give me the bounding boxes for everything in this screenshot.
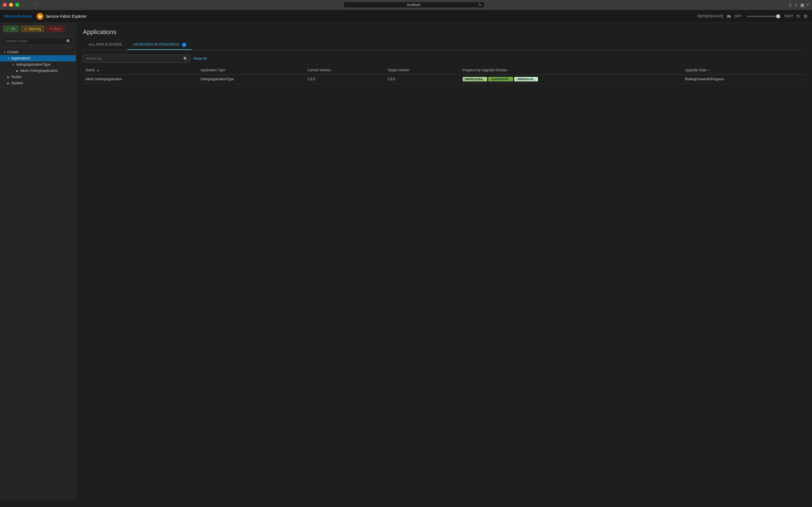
col-name[interactable]: Name ▲: [83, 66, 198, 75]
close-button[interactable]: [3, 3, 7, 7]
table-header-row: Name ▲ Application Type Current Version …: [83, 66, 805, 75]
ud-chip-3[interactable]: cf68563e16...: [514, 77, 538, 81]
tree-label-cluster: Cluster: [7, 50, 18, 54]
browser-actions: ⇓ ⇪ ▣ +: [788, 2, 809, 8]
search-list-icon: 🔍: [183, 57, 188, 61]
tree-label-system: System: [11, 81, 23, 85]
search-cluster-icon: 🔍: [66, 39, 71, 43]
upgrades-badge: 1: [182, 43, 186, 47]
url-text: localhost: [407, 3, 420, 7]
toggle-off-label[interactable]: OFF: [734, 14, 742, 18]
chevron-nodes: ▶: [7, 75, 10, 78]
tab-upgrades-label: UPGRADES IN PROGRESS: [133, 43, 179, 47]
tree-label-nodes: Nodes: [11, 75, 21, 79]
ud-chip-2[interactable]: c2e9eff1976...: [488, 77, 513, 81]
warning-label: Warning: [29, 27, 41, 31]
chevron-system: ▶: [7, 82, 10, 85]
refresh-rate-value: 2s: [727, 14, 731, 18]
maximize-button[interactable]: [15, 3, 19, 7]
tab-upgrades-in-progress[interactable]: UPGRADES IN PROGRESS 1: [128, 40, 192, 50]
view-mode-button[interactable]: □: [34, 2, 39, 8]
filter-upgrade-state-icon: ▿: [709, 68, 710, 72]
sort-name-icon: ▲: [96, 69, 99, 72]
tree-item-applications[interactable]: ▾ Applications: [0, 55, 76, 61]
col-target-version[interactable]: Target Version: [385, 66, 460, 75]
refresh-icon[interactable]: ↻: [797, 13, 800, 19]
browser-chrome: ‹ › □ localhost ↻ ⇓ ⇪ ▣ +: [0, 0, 812, 10]
tree-nav: ▾ Cluster ▾ Applications ▾ VotingApplica…: [0, 47, 76, 500]
new-tab-icon[interactable]: +: [807, 2, 809, 7]
fast-label: FAST: [784, 14, 793, 18]
data-table: Name ▲ Application Type Current Version …: [83, 66, 805, 84]
chevron-votingapp: ▶: [16, 69, 19, 72]
ok-badge[interactable]: ✓ OK: [3, 25, 18, 32]
ud-chip-1[interactable]: b9d52c016a...: [463, 77, 488, 81]
cell-upgrade-domains: b9d52c016a... c2e9eff1976... cf68563e16.…: [460, 75, 682, 84]
tab-all-applications[interactable]: ALL APPLICATIONS: [83, 40, 128, 50]
cell-application-type[interactable]: VotingApplicationType: [198, 75, 305, 84]
search-cluster-wrap: 🔍: [0, 35, 76, 47]
table-header: Name ▲ Application Type Current Version …: [83, 66, 805, 75]
search-list-wrap: 🔍: [83, 55, 190, 62]
main-content: Applications ALL APPLICATIONS UPGRADES I…: [76, 23, 812, 500]
upgrade-domain-cell: b9d52c016a... c2e9eff1976... cf68563e16.…: [463, 77, 679, 81]
share-icon[interactable]: ⇪: [794, 2, 798, 8]
table-row: fabric:/VotingApplication VotingApplicat…: [83, 75, 805, 84]
top-nav-right: REFRESH RATE 2s OFF FAST ↻ ⚙: [698, 13, 808, 19]
ok-label: OK: [11, 27, 15, 31]
chevron-cluster: ▾: [3, 51, 6, 54]
chevron-votingapptype: ▾: [11, 63, 15, 66]
cell-name[interactable]: fabric:/VotingApplication: [83, 75, 198, 84]
tree-item-cluster[interactable]: ▾ Cluster: [0, 49, 76, 55]
search-list-input[interactable]: [83, 55, 190, 62]
main-body: ✓ OK ⚠ Warning ✕ Error 🔍: [0, 23, 812, 500]
cell-current-version: 1.0.0: [305, 75, 385, 84]
top-nav: Microsoft Azure ◆ Service Fabric Explore…: [0, 10, 812, 23]
sf-logo: ◆ Service Fabric Explorer: [37, 13, 87, 20]
col-current-version[interactable]: Current Version: [305, 66, 385, 75]
ok-icon: ✓: [6, 27, 10, 31]
cell-target-version: 2.0.0: [385, 75, 460, 84]
tabs: ALL APPLICATIONS UPGRADES IN PROGRESS 1: [83, 40, 805, 50]
chevron-applications: ▾: [7, 57, 10, 60]
download-icon[interactable]: ⇓: [788, 2, 792, 8]
warning-icon: ⚠: [24, 27, 28, 31]
slider-thumb: [776, 14, 780, 18]
refresh-button[interactable]: ↻: [478, 3, 482, 7]
error-icon: ✕: [50, 27, 53, 31]
settings-icon[interactable]: ⚙: [804, 13, 808, 19]
status-bar: ✓ OK ⚠ Warning ✕ Error: [0, 23, 76, 35]
error-badge[interactable]: ✕ Error: [47, 25, 64, 32]
refresh-rate-label: REFRESH RATE: [698, 14, 724, 18]
speed-slider[interactable]: [746, 16, 780, 17]
cell-upgrade-state: RollingForwardInProgress: [682, 75, 805, 84]
warning-badge[interactable]: ⚠ Warning: [21, 25, 44, 32]
col-upgrade-state[interactable]: Upgrade State ▿: [682, 66, 805, 75]
tree-item-nodes[interactable]: ▶ Nodes: [0, 74, 76, 80]
tree-item-votingapp[interactable]: ▶ fabric:/VotingApplication: [0, 68, 76, 74]
azure-logo: Microsoft Azure: [4, 14, 32, 18]
tree-item-votingapptype[interactable]: ▾ VotingApplicationType: [0, 61, 76, 68]
sidebar: ✓ OK ⚠ Warning ✕ Error 🔍: [0, 23, 76, 500]
table-body: fabric:/VotingApplication VotingApplicat…: [83, 75, 805, 84]
minimize-button[interactable]: [9, 3, 13, 7]
tab-all-applications-label: ALL APPLICATIONS: [89, 43, 122, 47]
tree-label-votingapptype: VotingApplicationType: [16, 62, 50, 66]
address-bar[interactable]: localhost ↻: [343, 2, 485, 8]
tabs-icon[interactable]: ▣: [800, 2, 804, 8]
sf-icon: ◆: [37, 13, 43, 20]
tree-label-applications: Applications: [11, 56, 30, 60]
col-application-type[interactable]: Application Type: [198, 66, 305, 75]
search-row: 🔍 Reset All: [83, 55, 805, 62]
col-progress-upgrade-domain[interactable]: Progress by Upgrade Domain: [460, 66, 682, 75]
app-title: Service Fabric Explorer: [46, 14, 87, 18]
back-button[interactable]: ‹: [21, 2, 26, 8]
forward-button[interactable]: ›: [28, 2, 32, 8]
error-label: Error: [54, 27, 61, 31]
reset-all-button[interactable]: Reset All: [193, 57, 207, 61]
search-cluster-input[interactable]: [3, 38, 73, 45]
address-bar-wrap: localhost ↻: [343, 2, 485, 8]
tree-label-votingapp: fabric:/VotingApplication: [20, 69, 58, 73]
browser-titlebar: ‹ › □ localhost ↻ ⇓ ⇪ ▣ +: [0, 0, 812, 10]
tree-item-system[interactable]: ▶ System: [0, 80, 76, 86]
